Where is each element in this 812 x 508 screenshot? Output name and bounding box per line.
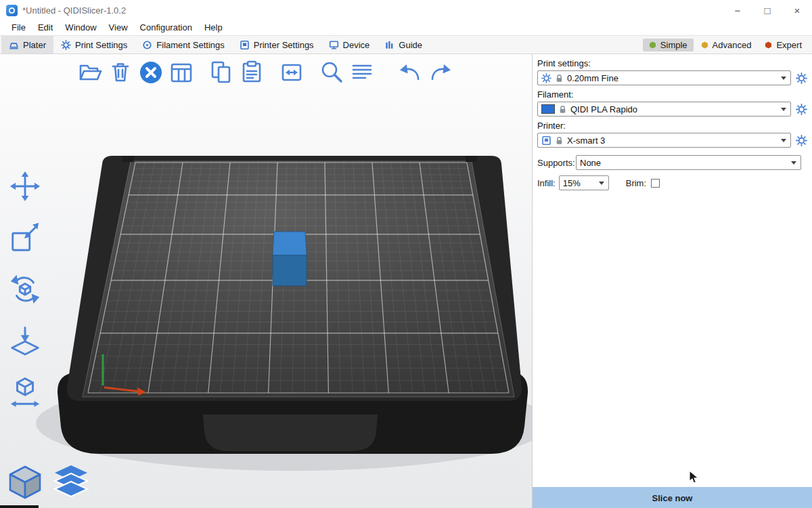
menu-configuration[interactable]: Configuration xyxy=(134,20,198,35)
expert-mode-icon xyxy=(765,41,772,49)
infill-label: Infill: xyxy=(537,178,556,188)
move-icon xyxy=(8,169,42,203)
brim-label: Brim: xyxy=(626,178,646,188)
delete-icon xyxy=(107,59,134,86)
chevron-down-icon xyxy=(781,108,786,111)
printer-combo[interactable]: X-smart 3 xyxy=(537,133,791,148)
tab-bar: Plater Print Settings Filament Settings … xyxy=(0,35,812,54)
delete-all-icon xyxy=(137,59,164,86)
search-button[interactable] xyxy=(317,58,346,87)
mode-expert[interactable]: Expert xyxy=(759,39,808,51)
menu-file[interactable]: File xyxy=(5,20,32,35)
supports-combo[interactable]: None xyxy=(576,155,801,170)
close-button[interactable]: × xyxy=(782,0,812,20)
chevron-down-icon xyxy=(781,77,786,80)
window-controls: − □ × xyxy=(723,0,812,20)
print-settings-gear-button[interactable] xyxy=(794,71,808,85)
tab-filament-settings[interactable]: Filament Settings xyxy=(135,36,231,54)
plate-clip xyxy=(122,156,134,162)
mode-label: Advanced xyxy=(713,40,752,50)
tab-label: Print Settings xyxy=(75,40,127,50)
3d-scene[interactable] xyxy=(0,54,532,508)
menu-bar: File Edit Window View Configuration Help xyxy=(0,20,812,35)
filament-gear-button[interactable] xyxy=(794,102,808,116)
delete-all-button[interactable] xyxy=(137,58,165,87)
measure-icon xyxy=(8,375,42,409)
scale-tool-button[interactable] xyxy=(7,219,43,256)
mode-advanced[interactable]: Advanced xyxy=(695,39,758,51)
open-button[interactable] xyxy=(76,58,104,87)
gear-icon xyxy=(541,73,551,83)
printer-icon xyxy=(240,40,250,50)
menu-help[interactable]: Help xyxy=(198,20,229,35)
layer-list-button[interactable] xyxy=(348,58,376,87)
gear-icon xyxy=(796,72,807,84)
menu-view[interactable]: View xyxy=(103,20,134,35)
rotate-tool-button[interactable] xyxy=(7,271,43,308)
rotate-icon xyxy=(8,272,42,306)
tab-plater[interactable]: Plater xyxy=(1,36,53,54)
infill-combo[interactable]: 15% xyxy=(559,175,609,190)
tab-guide[interactable]: Guide xyxy=(377,36,430,54)
supports-label: Supports: xyxy=(537,158,576,168)
print-settings-combo[interactable]: 0.20mm Fine xyxy=(537,70,791,85)
menu-window[interactable]: Window xyxy=(59,20,102,35)
simple-mode-icon xyxy=(649,41,656,49)
printer-gear-button[interactable] xyxy=(794,133,808,147)
app-logo-icon xyxy=(6,5,18,16)
measure-tool-button[interactable] xyxy=(7,374,43,410)
paste-button[interactable] xyxy=(238,58,266,87)
gizmo-toolbar xyxy=(7,168,43,410)
printer-label: Printer: xyxy=(537,121,808,131)
tab-label: Filament Settings xyxy=(156,40,224,50)
view-3d-button[interactable] xyxy=(5,462,45,503)
tab-label: Device xyxy=(343,40,370,50)
arrange-button[interactable] xyxy=(167,58,196,87)
mode-simple[interactable]: Simple xyxy=(643,39,694,51)
lock-icon xyxy=(555,136,564,145)
tab-label: Guide xyxy=(399,40,422,50)
model-cube[interactable] xyxy=(273,232,307,286)
search-icon xyxy=(318,59,345,86)
device-icon xyxy=(329,40,339,50)
printer-value: X-smart 3 xyxy=(567,135,777,146)
infill-value: 15% xyxy=(563,178,595,188)
menu-edit[interactable]: Edit xyxy=(32,20,59,35)
plater-icon xyxy=(9,40,19,50)
plate-clip xyxy=(466,156,477,162)
3d-viewport[interactable] xyxy=(0,54,532,508)
lock-icon xyxy=(558,105,567,114)
filament-value: QIDI PLA Rapido xyxy=(570,104,777,114)
undo-button[interactable] xyxy=(396,58,424,87)
redo-button[interactable] xyxy=(426,58,455,87)
preview-layers-button[interactable] xyxy=(51,462,91,503)
bed-handle-recess xyxy=(203,415,378,451)
split-icon xyxy=(278,59,305,86)
chevron-down-icon xyxy=(791,161,796,165)
brim-checkbox[interactable] xyxy=(651,179,660,188)
settings-sidebar: Print settings: 0.20mm Fine Filament: QI… xyxy=(532,54,812,508)
advanced-mode-icon xyxy=(701,41,708,49)
split-objects-button[interactable] xyxy=(277,58,306,87)
move-tool-button[interactable] xyxy=(7,168,43,205)
place-on-face-tool-button[interactable] xyxy=(7,322,43,359)
gear-icon xyxy=(61,40,71,50)
print-settings-label: Print settings: xyxy=(537,58,808,68)
viewport-toolbar xyxy=(76,58,455,87)
bottom-left-strip xyxy=(0,505,39,508)
filament-combo[interactable]: QIDI PLA Rapido xyxy=(537,102,791,117)
tab-print-settings[interactable]: Print Settings xyxy=(53,36,135,54)
copy-button[interactable] xyxy=(207,58,235,87)
delete-button[interactable] xyxy=(106,58,135,87)
mode-label: Simple xyxy=(660,40,687,50)
chevron-down-icon xyxy=(599,182,604,185)
open-icon xyxy=(76,59,104,86)
tab-device[interactable]: Device xyxy=(321,36,378,54)
preview-layers-icon xyxy=(52,463,90,501)
app-window: *Untitled - QIDISlicer-1.0.2 − □ × File … xyxy=(0,0,812,508)
minimize-button[interactable]: − xyxy=(723,0,752,20)
tab-printer-settings[interactable]: Printer Settings xyxy=(232,36,321,54)
tab-label: Printer Settings xyxy=(254,40,314,50)
maximize-button[interactable]: □ xyxy=(752,0,782,20)
slice-now-button[interactable]: Slice now xyxy=(533,487,812,508)
